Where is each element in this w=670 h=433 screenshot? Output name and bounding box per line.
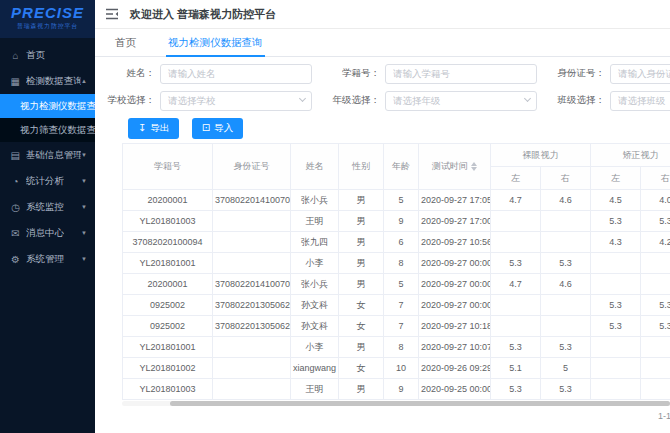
search-form: 姓名：学籍号：身份证号：学校选择：年级选择：班级选择： [95, 62, 670, 111]
subcol-corrected-left: 左 [591, 167, 641, 190]
sort-icon[interactable] [471, 162, 477, 171]
subcol-naked-right: 右 [541, 167, 591, 190]
sidebar-item[interactable]: ▤基础信息管理▼ [0, 142, 95, 168]
table-cell: 4.3 [591, 232, 641, 253]
table-cell: 5.3 [591, 316, 641, 337]
table-cell: 370802201410070919 [213, 274, 291, 295]
message-icon: ✉ [10, 228, 21, 239]
table-cell: 2020-09-25 00:00:00 [419, 379, 491, 400]
welcome-text: 欢迎进入 普瑞森视力防控平台 [130, 7, 276, 22]
table-cell: 女 [339, 358, 384, 379]
table-cell: YL201801001 [123, 337, 213, 358]
form-field: 身份证号： [553, 63, 670, 83]
col-group-corrected-vision: 矫正视力 [591, 144, 670, 167]
grade-select[interactable] [385, 91, 537, 111]
table-cell: 4.6 [541, 190, 591, 211]
table-cell: 10 [384, 358, 419, 379]
top-bar: 欢迎进入 普瑞森视力防控平台 [95, 0, 670, 29]
table-cell: 370802201410070919 [213, 190, 291, 211]
table-cell: 5.3 [541, 379, 591, 400]
table-row[interactable]: 20200001370802201410070919张小兵男52020-09-2… [123, 274, 670, 295]
tab[interactable]: 视力检测仪数据查询 [166, 29, 265, 56]
class-select[interactable] [610, 91, 670, 111]
student-id-input[interactable] [385, 64, 537, 84]
logo: PRECISE 普瑞森视力防控平台 [0, 0, 95, 38]
sidebar-item-label: 统计分析 [26, 175, 64, 188]
id-card-input[interactable] [610, 64, 670, 84]
table-cell: 4.6 [541, 274, 591, 295]
table-row[interactable]: 37082020100094张九四男62020-09-27 10:56:114.… [123, 232, 670, 253]
table-cell: 8 [384, 253, 419, 274]
table-cell [641, 379, 670, 400]
import-button-label: 导入 [214, 122, 233, 135]
sidebar: PRECISE 普瑞森视力防控平台 ⌂首页▦检测数据查询▲视力检测仪数据查询视力… [0, 0, 95, 433]
import-button[interactable]: ⊡ 导入 [192, 118, 243, 139]
table-row[interactable]: 0925002370802201305062028孙文科女72020-09-27… [123, 316, 670, 337]
table-row[interactable]: YL201801003王明男92020-09-27 17:00:135.35.3 [123, 211, 670, 232]
table-cell: 4.2 [641, 232, 670, 253]
table-row[interactable]: YL201801002xiangwang女102020-09-26 09:29:… [123, 358, 670, 379]
name-input[interactable] [160, 64, 312, 84]
table-cell: 2020-09-27 10:07:29 [419, 337, 491, 358]
sidebar-item[interactable]: ◔统计分析▼ [0, 168, 95, 194]
table-cell [491, 232, 541, 253]
export-button[interactable]: ↧ 导出 [128, 118, 179, 139]
table-cell: 8 [384, 337, 419, 358]
table-cell: 5 [384, 274, 419, 295]
table-cell: 5.3 [641, 316, 670, 337]
field-label: 年级选择： [328, 94, 380, 107]
table-cell: 5.3 [491, 253, 541, 274]
table-cell: 0925002 [123, 295, 213, 316]
table-cell: 王明 [291, 379, 339, 400]
table-cell: YL201801003 [123, 211, 213, 232]
sidebar-item[interactable]: ⚙系统管理▼ [0, 246, 95, 272]
table-cell [541, 316, 591, 337]
tab[interactable]: 首页 [113, 29, 138, 56]
sidebar-item-label: 基础信息管理 [26, 149, 81, 162]
table-cell: 5.3 [641, 295, 670, 316]
table-cell [491, 211, 541, 232]
table-cell [213, 232, 291, 253]
table-cell: 2020-09-26 09:29:17 [419, 358, 491, 379]
school-select[interactable] [160, 91, 312, 111]
sidebar-menu: ⌂首页▦检测数据查询▲视力检测仪数据查询视力筛查仪数据查询▤基础信息管理▼◔统计… [0, 38, 95, 272]
sidebar-item[interactable]: ⌂首页 [0, 42, 95, 68]
table-cell [641, 337, 670, 358]
horizontal-scrollbar[interactable] [122, 401, 670, 406]
table-cell: 女 [339, 316, 384, 337]
table-cell: 5.3 [491, 379, 541, 400]
content: 姓名：学籍号：身份证号：学校选择：年级选择：班级选择： ↧ 导出 ⊡ 导入 [95, 57, 670, 433]
table-cell [541, 232, 591, 253]
form-field: 学籍号： [328, 63, 537, 83]
sidebar-subitem[interactable]: 视力检测仪数据查询 [0, 94, 95, 118]
table-cell: xiangwang [291, 358, 339, 379]
sidebar-item[interactable]: ◷系统监控▼ [0, 194, 95, 220]
table-row[interactable]: YL201801003王明男92020-09-25 00:00:005.35.3 [123, 379, 670, 400]
table-row[interactable]: YL201801001小李男82020-09-27 10:07:295.35.3 [123, 337, 670, 358]
table-cell: 4.0 [641, 190, 670, 211]
table-row[interactable]: 20200001370802201410070919张小兵男52020-09-2… [123, 190, 670, 211]
import-icon: ⊡ [202, 123, 210, 133]
data-table-scroll-area[interactable]: 学籍号 身份证号 姓名 性别 年龄 测试时间 裸眼视力 矫正视力 [122, 143, 670, 400]
table-cell: 6 [384, 232, 419, 253]
pie-chart-icon: ◔ [10, 176, 21, 187]
sidebar-item[interactable]: ✉消息中心▼ [0, 220, 95, 246]
table-row[interactable]: YL201801001小李男82020-09-27 00:00:005.35.3 [123, 253, 670, 274]
field-label: 学籍号： [328, 67, 380, 80]
chevron-down-icon: ▼ [81, 230, 87, 236]
sidebar-item[interactable]: ▦检测数据查询▲ [0, 68, 95, 94]
collapse-menu-icon[interactable] [105, 8, 119, 20]
table-cell: 20200001 [123, 190, 213, 211]
scrollbar-thumb[interactable] [170, 401, 670, 406]
form-field: 年级选择： [328, 90, 537, 110]
table-cell [213, 358, 291, 379]
sidebar-subitem[interactable]: 视力筛查仪数据查询 [0, 118, 95, 142]
table-cell: 370802201305062028 [213, 316, 291, 337]
toolbar: ↧ 导出 ⊡ 导入 [128, 117, 670, 138]
table-row[interactable]: 0925002370802201305062028孙文科女72020-09-27… [123, 295, 670, 316]
subcol-corrected-right: 右 [641, 167, 670, 190]
table-cell: 0925002 [123, 316, 213, 337]
table-cell [541, 211, 591, 232]
sidebar-item-label: 系统监控 [26, 201, 64, 214]
table-cell: 5.3 [541, 253, 591, 274]
